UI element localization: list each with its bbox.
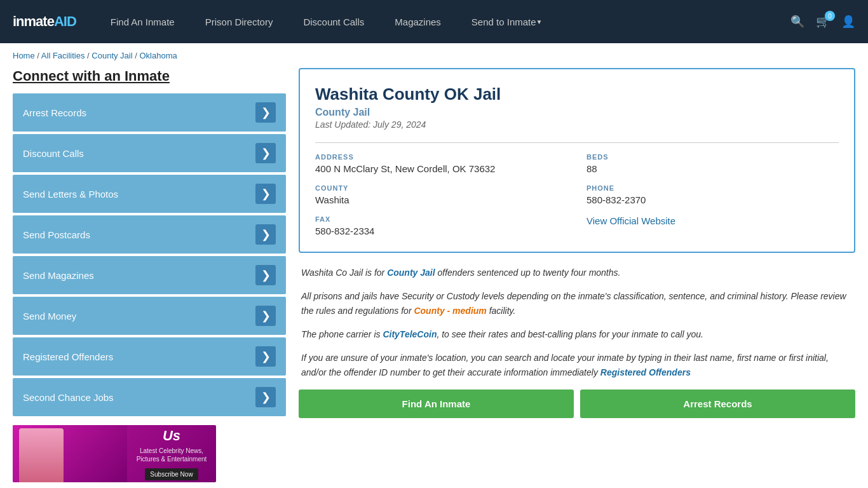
beds-block: BEDS 88 — [587, 153, 839, 174]
fax-label: FAX — [315, 215, 567, 223]
sidebar-item-second-chance-jobs[interactable]: Second Chance Jobs ❯ — [13, 378, 286, 416]
arrow-icon: ❯ — [255, 143, 276, 163]
facility-card: Washita County OK Jail County Jail Last … — [299, 68, 855, 253]
description-para4: If you are unsure of your inmate's locat… — [301, 351, 853, 380]
arrest-records-button[interactable]: Arrest Records — [580, 390, 855, 418]
county-value: Washita — [315, 194, 567, 205]
sidebar-title: Connect with an Inmate — [13, 68, 286, 85]
county-block: COUNTY Washita — [315, 184, 567, 205]
nav-magazines[interactable]: Magazines — [379, 0, 456, 43]
address-block: ADDRESS 400 N McClary St, New Cordell, O… — [315, 153, 567, 174]
facility-type: County Jail — [315, 107, 839, 118]
search-icon[interactable]: 🔍 — [790, 15, 804, 29]
sidebar-menu: Arrest Records ❯ Discount Calls ❯ Send L… — [13, 93, 286, 416]
cart-badge: 0 — [825, 11, 835, 21]
nav-prison-directory[interactable]: Prison Directory — [190, 0, 288, 43]
ad-content: Us Latest Celebrity News, Pictures & Ent… — [127, 425, 216, 482]
sidebar-item-send-postcards[interactable]: Send Postcards ❯ — [13, 215, 286, 254]
phone-label: PHONE — [587, 184, 839, 192]
sidebar-item-arrest-records[interactable]: Arrest Records ❯ — [13, 93, 286, 132]
ad-image — [13, 425, 127, 482]
ad-tagline: Latest Celebrity News, Pictures & Entert… — [135, 447, 208, 463]
sidebar-item-send-letters[interactable]: Send Letters & Photos ❯ — [13, 175, 286, 213]
view-official-website-link[interactable]: View Official Website — [587, 215, 675, 226]
cart-icon[interactable]: 🛒 0 — [816, 15, 830, 29]
nav-discount-calls[interactable]: Discount Calls — [288, 0, 379, 43]
sidebar: Connect with an Inmate Arrest Records ❯ … — [13, 68, 286, 482]
sidebar-item-registered-offenders[interactable]: Registered Offenders ❯ — [13, 337, 286, 376]
arrow-icon: ❯ — [255, 346, 276, 367]
website-block: View Official Website — [587, 215, 839, 236]
address-value: 400 N McClary St, New Cordell, OK 73632 — [315, 163, 567, 174]
arrow-icon: ❯ — [255, 387, 276, 407]
arrow-icon: ❯ — [255, 306, 276, 326]
ad-figure — [19, 428, 64, 482]
content-area: Washita County OK Jail County Jail Last … — [299, 68, 855, 482]
facility-name: Washita County OK Jail — [315, 85, 839, 104]
breadcrumb-home[interactable]: Home — [13, 51, 35, 60]
beds-label: BEDS — [587, 153, 839, 161]
phone-block: PHONE 580-832-2370 — [587, 184, 839, 205]
fax-block: FAX 580-832-2334 — [315, 215, 567, 236]
sidebar-item-send-magazines[interactable]: Send Magazines ❯ — [13, 256, 286, 294]
facility-info-grid: ADDRESS 400 N McClary St, New Cordell, O… — [315, 142, 839, 236]
county-medium-link[interactable]: County - medium — [414, 306, 486, 316]
county-label: COUNTY — [315, 184, 567, 192]
header-icons: 🔍 🛒 0 👤 — [790, 15, 855, 29]
sidebar-item-discount-calls[interactable]: Discount Calls ❯ — [13, 134, 286, 172]
user-icon[interactable]: 👤 — [841, 15, 855, 29]
site-header: inmateAID Find An Inmate Prison Director… — [0, 0, 868, 43]
beds-value: 88 — [587, 163, 839, 174]
ad-brand: Us — [135, 428, 208, 444]
sidebar-item-send-money[interactable]: Send Money ❯ — [13, 297, 286, 335]
description-section: Washita Co Jail is for County Jail offen… — [299, 266, 855, 381]
breadcrumb-state[interactable]: Oklahoma — [139, 51, 177, 60]
logo-text: inmateAID — [13, 13, 76, 30]
registered-offenders-link[interactable]: Registered Offenders — [600, 367, 691, 377]
nav-find-inmate[interactable]: Find An Inmate — [95, 0, 190, 43]
breadcrumb-all-facilities[interactable]: All Facilities — [41, 51, 85, 60]
description-para1: Washita Co Jail is for County Jail offen… — [301, 266, 853, 280]
breadcrumb-county-jail[interactable]: County Jail — [92, 51, 132, 60]
logo[interactable]: inmateAID — [13, 13, 76, 30]
find-inmate-button[interactable]: Find An Inmate — [299, 390, 574, 418]
citytelecoin-link[interactable]: CityTeleCoin — [383, 329, 437, 339]
bottom-buttons: Find An Inmate Arrest Records — [299, 390, 855, 418]
facility-updated: Last Updated: July 29, 2024 — [315, 119, 839, 130]
main-nav: Find An Inmate Prison Directory Discount… — [95, 0, 790, 43]
phone-value: 580-832-2370 — [587, 194, 839, 205]
arrow-icon: ❯ — [255, 224, 276, 245]
fax-value: 580-832-2334 — [315, 226, 567, 236]
description-para3: The phone carrier is CityTeleCoin, to se… — [301, 327, 853, 342]
ad-subscribe-button[interactable]: Subscribe Now — [145, 468, 198, 480]
address-label: ADDRESS — [315, 153, 567, 161]
ad-banner[interactable]: Us Latest Celebrity News, Pictures & Ent… — [13, 425, 216, 482]
breadcrumb: Home / All Facilities / County Jail / Ok… — [0, 43, 868, 68]
arrow-icon: ❯ — [255, 102, 276, 123]
description-para2: All prisons and jails have Security or C… — [301, 289, 853, 318]
arrow-icon: ❯ — [255, 265, 276, 285]
nav-send-to-inmate[interactable]: Send to Inmate — [456, 0, 558, 43]
arrow-icon: ❯ — [255, 184, 276, 204]
main-container: Connect with an Inmate Arrest Records ❯ … — [0, 68, 868, 488]
county-jail-link[interactable]: County Jail — [387, 268, 435, 278]
